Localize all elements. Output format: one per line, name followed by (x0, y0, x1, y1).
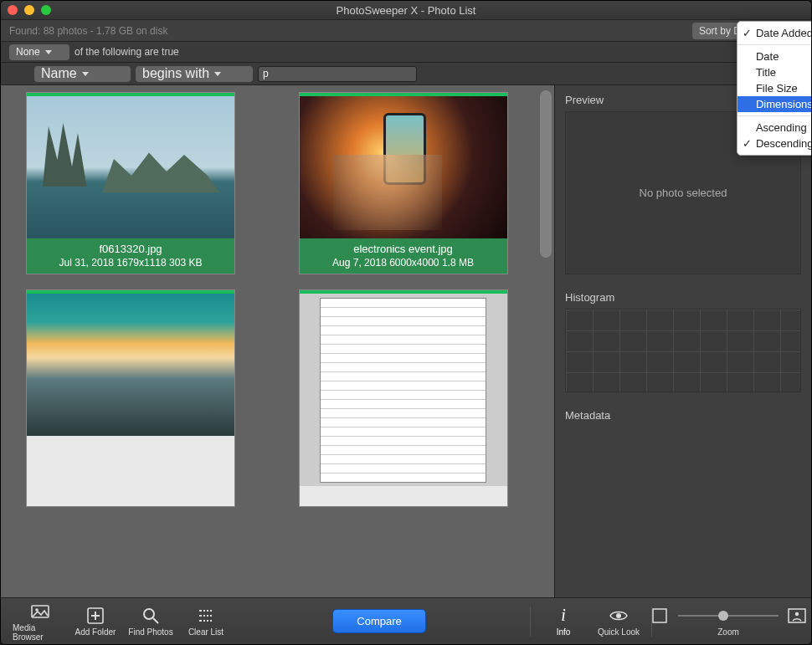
window-title: PhotoSweeper X - Photo List (51, 4, 761, 17)
menu-file-size[interactable]: File Size (737, 80, 812, 96)
photo-card[interactable] (299, 289, 508, 507)
search-icon (141, 606, 161, 626)
filter-operator-popup[interactable]: begins with (136, 66, 253, 82)
info-button[interactable]: i Info (536, 606, 591, 637)
photo-meta: Aug 7, 2018 6000x4000 1.8 MB (303, 257, 504, 270)
menu-separator (737, 115, 812, 116)
filter-match-tail: of the following are true (75, 46, 179, 58)
filter-match-popup[interactable]: None (9, 44, 69, 60)
histogram-title: Histogram (565, 291, 801, 304)
svg-point-3 (144, 609, 154, 619)
thumbnail (27, 294, 234, 436)
clear-list-button[interactable]: Clear List (178, 606, 234, 637)
menu-ascending[interactable]: Ascending (737, 120, 812, 136)
menu-separator (737, 44, 812, 45)
svg-point-5 (616, 613, 621, 618)
svg-rect-6 (653, 609, 666, 622)
thumbnail (300, 96, 507, 238)
zoom-slider[interactable] (678, 615, 779, 617)
photo-filename: f0613320.jpg (30, 243, 231, 257)
filter-value-input[interactable] (258, 66, 417, 82)
photo-filename: electronics event.jpg (303, 243, 504, 257)
scrollbar[interactable] (540, 90, 552, 258)
menu-descending[interactable]: Descending (737, 136, 812, 151)
photo-card[interactable] (26, 289, 235, 507)
toolbar-divider (530, 607, 531, 637)
media-browser-button[interactable]: Media Browser (13, 601, 68, 642)
photo-meta: Jul 31, 2018 1679x1118 303 KB (30, 257, 231, 270)
photo-card[interactable]: electronics event.jpg Aug 7, 2018 6000x4… (299, 92, 508, 274)
svg-point-8 (795, 612, 799, 616)
filter-field-popup[interactable]: Name (34, 66, 131, 82)
status-text: Found: 88 photos - 1.78 GB on disk (9, 25, 692, 37)
zoom-icon[interactable] (41, 5, 51, 15)
titlebar: PhotoSweeper X - Photo List (1, 1, 811, 20)
metadata-title: Metadata (565, 409, 801, 422)
side-panel: Preview No photo selected Histogram Meta… (554, 85, 811, 597)
filter-row-2: Name begins with (1, 63, 811, 85)
thumb-large-icon (787, 606, 807, 626)
bottom-toolbar: Media Browser Add Folder Find Photos Cle… (1, 597, 811, 644)
svg-text:i: i (561, 606, 566, 624)
info-icon: i (553, 606, 573, 626)
menu-date-added[interactable]: Date Added (737, 25, 812, 41)
minimize-icon[interactable] (24, 5, 34, 15)
photo-grid[interactable]: f0613320.jpg Jul 31, 2018 1679x1118 303 … (1, 85, 554, 597)
preview-empty-text: No photo selected (640, 187, 727, 199)
sort-menu: Date Added Date Title File Size Dimensio… (737, 21, 812, 156)
sort-button[interactable]: Sort by Date Added Date Added Date Title… (692, 23, 803, 39)
photos-icon (30, 601, 50, 622)
find-photos-button[interactable]: Find Photos (123, 606, 178, 637)
list-clear-icon (196, 606, 216, 626)
filter-row-1: None of the following are true (1, 42, 811, 63)
plus-icon (85, 606, 105, 626)
menu-dimensions[interactable]: Dimensions (737, 96, 812, 112)
zoom-control[interactable]: Zoom (657, 606, 799, 637)
close-icon[interactable] (8, 5, 18, 15)
window-controls (8, 5, 51, 15)
thumbnail (300, 294, 507, 486)
photo-info: electronics event.jpg Aug 7, 2018 6000x4… (300, 238, 507, 274)
main-area: f0613320.jpg Jul 31, 2018 1679x1118 303 … (1, 85, 811, 597)
compare-button[interactable]: Compare (332, 609, 425, 633)
eye-icon (609, 606, 629, 626)
add-folder-button[interactable]: Add Folder (68, 606, 123, 637)
histogram-box (565, 309, 801, 392)
menu-date[interactable]: Date (737, 49, 812, 64)
thumb-small-icon (650, 606, 670, 626)
thumbnail (27, 96, 234, 238)
menu-title[interactable]: Title (737, 64, 812, 80)
quick-look-button[interactable]: Quick Look (591, 606, 646, 637)
photo-info: f0613320.jpg Jul 31, 2018 1679x1118 303 … (27, 238, 234, 274)
app-window: PhotoSweeper X - Photo List Found: 88 ph… (0, 0, 812, 645)
photo-card[interactable]: f0613320.jpg Jul 31, 2018 1679x1118 303 … (26, 92, 235, 274)
status-bar: Found: 88 photos - 1.78 GB on disk Sort … (1, 20, 811, 42)
